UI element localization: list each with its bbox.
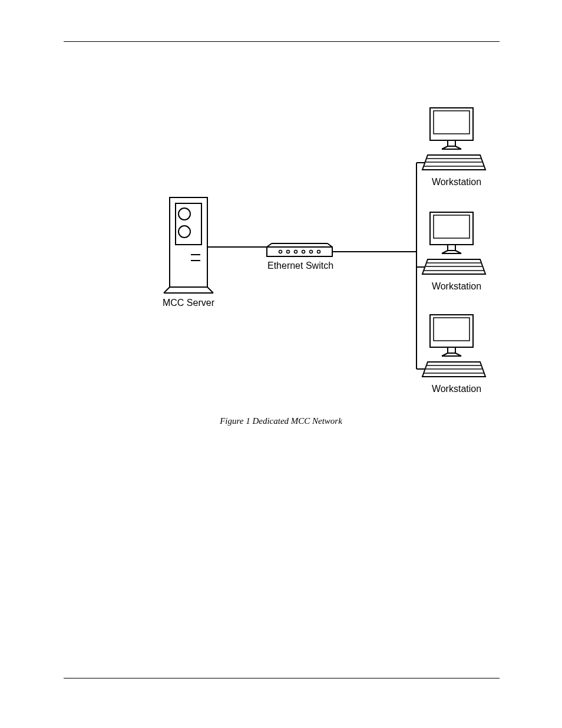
switch-icon xyxy=(267,243,332,256)
server-label: MCC Server xyxy=(159,298,218,308)
svg-line-2 xyxy=(207,287,213,293)
svg-rect-20 xyxy=(434,111,470,134)
server-icon xyxy=(164,197,213,293)
bottom-rule xyxy=(64,678,500,678)
workstation-icon-2 xyxy=(422,212,485,274)
svg-rect-30 xyxy=(434,215,470,238)
network-diagram xyxy=(0,0,562,413)
workstation2-label: Workstation xyxy=(424,281,489,292)
svg-rect-41 xyxy=(448,347,455,353)
svg-rect-21 xyxy=(448,140,455,146)
svg-rect-40 xyxy=(434,318,470,341)
svg-rect-31 xyxy=(448,245,455,251)
switch-label: Ethernet Switch xyxy=(262,261,339,271)
workstation3-label: Workstation xyxy=(424,384,489,394)
workstation-icon-3 xyxy=(422,315,485,377)
svg-line-1 xyxy=(164,287,170,293)
workstation1-label: Workstation xyxy=(424,177,489,187)
workstation-icon-1 xyxy=(422,108,485,170)
page: MCC Server Ethernet Switch Workstation W… xyxy=(0,0,562,728)
svg-rect-12 xyxy=(267,247,332,256)
figure-caption: Figure 1 Dedicated MCC Network xyxy=(0,416,562,426)
